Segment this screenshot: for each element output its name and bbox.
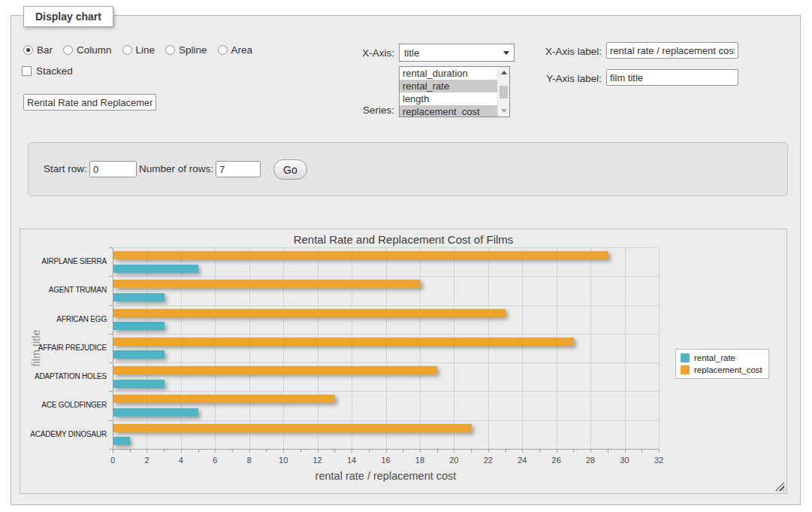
num-rows-input[interactable] xyxy=(216,161,261,177)
bar-rental_rate[interactable] xyxy=(113,350,165,359)
x-axis-tick xyxy=(283,449,284,453)
y-axis-tick xyxy=(109,334,113,335)
bar-replacement_cost[interactable] xyxy=(113,280,421,288)
bar-rental_rate[interactable] xyxy=(113,293,165,301)
bar-replacement_cost[interactable] xyxy=(113,424,472,432)
x-tick-label: 16 xyxy=(375,456,397,465)
radio-icon[interactable] xyxy=(23,45,33,55)
chart-type-radio-group: BarColumnLineSplineArea xyxy=(23,44,252,56)
x-axis-tick xyxy=(130,449,131,453)
x-axis-tick xyxy=(215,449,216,453)
bar-replacement_cost[interactable] xyxy=(113,338,574,346)
gridline-v xyxy=(283,247,284,449)
x-tick-label: 14 xyxy=(340,456,363,465)
radio-label: Line xyxy=(136,44,155,56)
x-tick-label: 18 xyxy=(409,456,431,465)
chart-title: Rental Rate and Replacement Cost of Film… xyxy=(20,233,786,246)
bar-rental_rate[interactable] xyxy=(113,322,165,330)
gridline-v xyxy=(454,247,454,449)
legend-label: rental_rate xyxy=(694,353,735,362)
x-axis-tick xyxy=(181,449,182,453)
x-tick-label: 12 xyxy=(306,456,329,465)
x-axis-tick xyxy=(471,449,472,453)
start-row-label: Start row: xyxy=(44,163,87,174)
y-axis-tick xyxy=(109,276,113,277)
x-tick-label: 30 xyxy=(614,456,636,465)
x-axis-tick xyxy=(590,449,591,453)
x-axis-tick xyxy=(573,449,574,453)
x-tick-label: 32 xyxy=(647,456,670,465)
y-axis-tick xyxy=(109,247,113,248)
radio-label: Area xyxy=(231,44,253,56)
go-button[interactable]: Go xyxy=(273,159,307,180)
x-axis-tick xyxy=(146,449,147,453)
chart-x-axis-title: rental rate / replacement cost xyxy=(315,470,457,482)
chart-type-option-bar[interactable]: Bar xyxy=(23,44,53,56)
x-tick-label: 26 xyxy=(545,456,568,465)
resize-handle-icon[interactable] xyxy=(775,482,784,491)
y-axis-tick xyxy=(109,420,113,421)
bar-rental_rate[interactable] xyxy=(113,265,198,273)
bar-replacement_cost[interactable] xyxy=(113,395,335,403)
x-axis-tick xyxy=(403,449,403,453)
x-axis-tick xyxy=(164,449,165,453)
x-axis-tick xyxy=(386,449,387,453)
legend-item-rental_rate[interactable]: rental_rate xyxy=(681,353,762,362)
display-chart-fieldset: Display chart BarColumnLineSplineArea St… xyxy=(11,15,801,505)
stacked-label: Stacked xyxy=(36,65,73,77)
stacked-checkbox[interactable] xyxy=(22,66,32,76)
legend-item-replacement_cost[interactable]: replacement_cost xyxy=(681,365,762,374)
fieldset-legend: Display chart xyxy=(23,6,113,27)
bar-rental_rate[interactable] xyxy=(113,380,165,388)
x-axis-tick xyxy=(113,449,113,453)
radio-icon[interactable] xyxy=(165,45,175,55)
radio-label: Column xyxy=(77,44,112,56)
gridline-v xyxy=(215,247,216,449)
gridline-v xyxy=(522,247,523,449)
gridline-v xyxy=(590,247,591,449)
gridline-v xyxy=(625,247,626,449)
gridline-v xyxy=(352,247,352,449)
y-axis-tick xyxy=(109,305,113,306)
series-select-label: Series: xyxy=(274,105,394,116)
radio-icon[interactable] xyxy=(63,45,73,55)
chart-title-input[interactable] xyxy=(23,94,156,111)
chart-type-option-area[interactable]: Area xyxy=(218,44,253,56)
gridline-v xyxy=(113,247,113,449)
y-axis-label-input[interactable] xyxy=(606,69,738,86)
gridline-h xyxy=(113,305,659,306)
category-label: AGENT TRUMAN xyxy=(20,276,107,304)
rows-panel: Start row: Number of rows: Go xyxy=(28,142,788,196)
scroll-thumb[interactable] xyxy=(500,86,508,98)
series-option-length[interactable]: length xyxy=(400,92,497,105)
chart-type-option-spline[interactable]: Spline xyxy=(165,44,207,56)
scroll-down-button[interactable] xyxy=(498,105,509,117)
radio-icon[interactable] xyxy=(122,45,132,55)
radio-icon[interactable] xyxy=(218,45,228,55)
bar-rental_rate[interactable] xyxy=(113,437,130,445)
chart-type-option-column[interactable]: Column xyxy=(63,44,112,56)
category-label: AIRPLANE SIERRA xyxy=(20,247,107,276)
gridline-v xyxy=(249,247,250,449)
stacked-option[interactable]: Stacked xyxy=(22,65,73,77)
bar-replacement_cost[interactable] xyxy=(113,366,437,374)
start-row-input[interactable] xyxy=(89,161,137,177)
x-axis-tick xyxy=(608,449,608,453)
gridline-v xyxy=(488,247,489,449)
x-axis-tick xyxy=(334,449,335,453)
x-tick-label: 10 xyxy=(272,456,294,465)
y-axis-tick xyxy=(109,362,113,363)
bar-rental_rate[interactable] xyxy=(113,408,198,417)
gridline-h xyxy=(113,420,659,421)
x-axis-tick xyxy=(488,449,489,453)
x-tick-label: 20 xyxy=(442,456,465,465)
x-axis-tick xyxy=(352,449,352,453)
bar-replacement_cost[interactable] xyxy=(113,309,506,317)
series-option-replacement_cost[interactable]: replacement_cost xyxy=(400,105,497,117)
bar-replacement_cost[interactable] xyxy=(113,251,608,259)
chart-type-option-line[interactable]: Line xyxy=(122,44,155,56)
x-axis-label-input[interactable] xyxy=(606,42,738,59)
radio-label: Spline xyxy=(179,44,207,56)
x-axis-tick xyxy=(369,449,370,453)
x-axis-tick xyxy=(506,449,506,453)
